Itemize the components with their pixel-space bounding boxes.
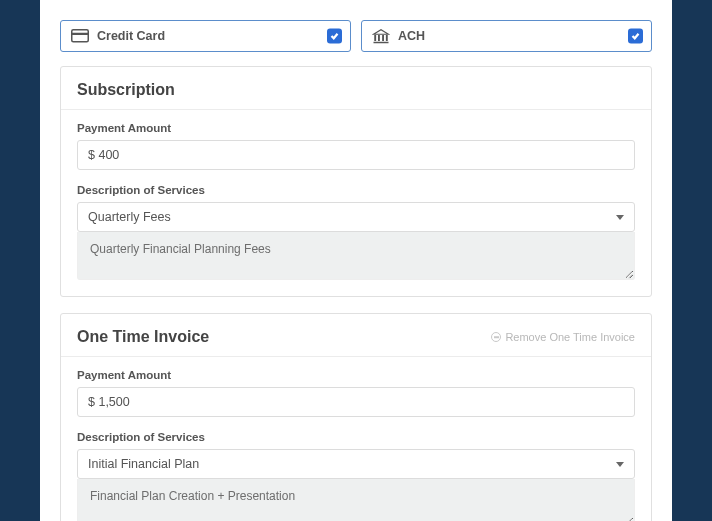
remove-label: Remove One Time Invoice <box>505 331 635 343</box>
payment-amount-input[interactable] <box>77 140 635 170</box>
description-textarea[interactable]: Quarterly Financial Planning Fees <box>77 232 635 280</box>
svg-rect-3 <box>378 35 380 41</box>
svg-rect-2 <box>374 35 376 41</box>
svg-rect-1 <box>72 33 89 35</box>
credit-card-icon <box>71 29 89 43</box>
payment-amount-field: Payment Amount <box>77 369 635 417</box>
payment-method-ach[interactable]: ACH <box>361 20 652 52</box>
select-value: Initial Financial Plan <box>88 457 199 471</box>
description-select[interactable]: Initial Financial Plan <box>77 449 635 479</box>
checkmark-icon <box>327 29 342 44</box>
svg-rect-5 <box>386 35 388 41</box>
description-textarea[interactable]: Financial Plan Creation + Presentation <box>77 479 635 521</box>
description-select[interactable]: Quarterly Fees <box>77 202 635 232</box>
payment-method-label: ACH <box>398 29 425 43</box>
page-content: Credit Card ACH Subscription Payment Amo… <box>40 0 672 521</box>
svg-rect-6 <box>374 41 389 43</box>
description-field: Description of Services Initial Financia… <box>77 431 635 521</box>
bank-icon <box>372 29 390 43</box>
chevron-down-icon <box>616 462 624 467</box>
field-label: Description of Services <box>77 431 635 443</box>
checkmark-icon <box>628 29 643 44</box>
panel-title: Subscription <box>77 81 175 99</box>
field-label: Payment Amount <box>77 122 635 134</box>
panel-body: Payment Amount Description of Services Q… <box>61 110 651 296</box>
payment-methods-row: Credit Card ACH <box>40 20 672 66</box>
panel-body: Payment Amount Description of Services I… <box>61 357 651 521</box>
svg-rect-0 <box>72 30 89 42</box>
payment-method-credit-card[interactable]: Credit Card <box>60 20 351 52</box>
remove-icon <box>491 332 501 342</box>
field-label: Description of Services <box>77 184 635 196</box>
svg-rect-4 <box>382 35 384 41</box>
select-value: Quarterly Fees <box>88 210 171 224</box>
chevron-down-icon <box>616 215 624 220</box>
description-field: Description of Services Quarterly Fees Q… <box>77 184 635 280</box>
payment-method-label: Credit Card <box>97 29 165 43</box>
remove-one-time-invoice-button[interactable]: Remove One Time Invoice <box>491 331 635 343</box>
payment-amount-field: Payment Amount <box>77 122 635 170</box>
one-time-invoice-panel: One Time Invoice Remove One Time Invoice… <box>60 313 652 521</box>
field-label: Payment Amount <box>77 369 635 381</box>
subscription-panel: Subscription Payment Amount Description … <box>60 66 652 297</box>
panel-title: One Time Invoice <box>77 328 209 346</box>
panel-header: Subscription <box>61 67 651 110</box>
panel-header: One Time Invoice Remove One Time Invoice <box>61 314 651 357</box>
payment-amount-input[interactable] <box>77 387 635 417</box>
